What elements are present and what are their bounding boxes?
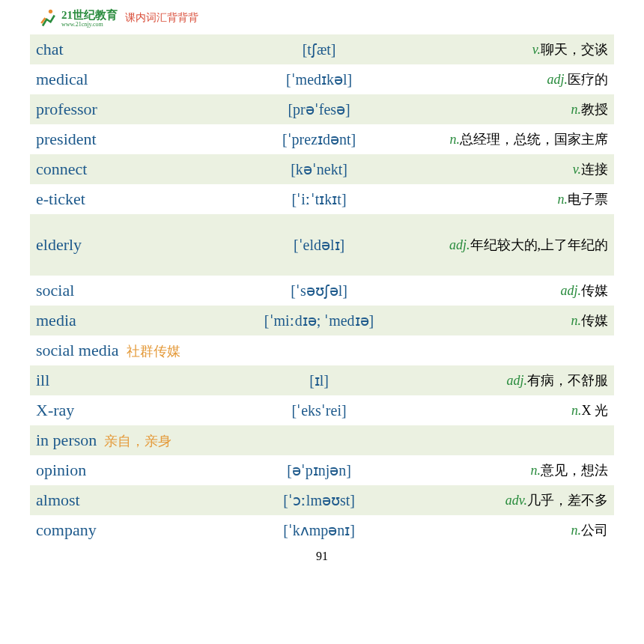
phonetic-cell: [prəˈfesə] [222, 94, 415, 124]
inline-definition: 社群传媒 [127, 344, 180, 359]
table-row: opinion[əˈpɪnjən]n.意见，想法 [30, 455, 614, 485]
word-text: media [36, 311, 76, 329]
definition-cell: v.聊天，交谈 [416, 34, 614, 64]
word-text: connect [36, 160, 87, 178]
definition-text: 传媒 [581, 283, 608, 298]
word-text: social media [36, 341, 119, 359]
part-of-speech: n. [571, 403, 582, 418]
phonetic-cell: [ˈkʌmpənɪ] [222, 515, 415, 545]
definition-text: 传媒 [581, 313, 608, 328]
definition-cell [416, 425, 614, 455]
word-cell: social media社群传媒 [30, 335, 222, 365]
word-text: opinion [36, 461, 86, 479]
definition-cell: adj.医疗的 [416, 64, 614, 94]
table-row: X-ray[ˈeksˈrei]n.X 光 [30, 395, 614, 425]
definition-text: 意见，想法 [541, 463, 608, 478]
section-title: 课内词汇背背背 [125, 11, 198, 25]
svg-point-0 [49, 10, 52, 13]
word-text: almost [36, 490, 80, 509]
part-of-speech: adj. [506, 373, 527, 388]
definition-cell: adv.几乎，差不多 [416, 485, 614, 515]
word-text: elderly [36, 235, 82, 254]
definition-text: 公司 [581, 523, 608, 538]
phonetic-cell: [ˈeldəlɪ] [222, 214, 415, 276]
phonetic-cell: [ˈiːˈtɪkɪt] [222, 184, 415, 214]
definition-cell: n.总经理，总统，国家主席 [416, 124, 614, 154]
phonetic-cell [222, 335, 415, 365]
header: 21世纪教育 www.21cnjy.com 课内词汇背背背 [30, 7, 614, 28]
word-cell: X-ray [30, 395, 222, 425]
word-text: company [36, 520, 97, 539]
phonetic-cell [222, 425, 415, 455]
word-text: in person [36, 431, 97, 449]
word-text: medical [36, 70, 88, 88]
definition-cell: n.意见，想法 [416, 455, 614, 485]
word-cell: chat [30, 34, 222, 64]
logo-text-block: 21世纪教育 www.21cnjy.com [61, 8, 118, 28]
runner-icon [37, 7, 58, 28]
word-cell: social [30, 276, 222, 306]
part-of-speech: adv. [505, 493, 527, 508]
word-text: professor [36, 100, 97, 118]
part-of-speech: n. [531, 463, 541, 478]
phonetic-cell: [ɪl] [222, 365, 415, 395]
part-of-speech: n. [571, 102, 582, 117]
definition-text: 电子票 [568, 192, 608, 207]
vocab-table: chat[tʃæt]v.聊天，交谈medical[ˈmedɪkəl]adj.医疗… [30, 34, 614, 545]
part-of-speech: adj. [560, 283, 581, 298]
word-text: X-ray [36, 401, 74, 419]
word-cell: e-ticket [30, 184, 222, 214]
table-row: social media社群传媒 [30, 335, 614, 365]
logo-main-text: 21世纪教育 [61, 9, 118, 21]
table-row: chat[tʃæt]v.聊天，交谈 [30, 34, 614, 64]
definition-cell: n.传媒 [416, 306, 614, 335]
phonetic-cell: [ˈɔːlməʊst] [222, 485, 415, 515]
definition-cell: n.X 光 [416, 395, 614, 425]
table-row: president[ˈprezɪdənt]n.总经理，总统，国家主席 [30, 124, 614, 154]
table-row: e-ticket[ˈiːˈtɪkɪt]n.电子票 [30, 184, 614, 214]
phonetic-cell: [tʃæt] [222, 34, 415, 64]
part-of-speech: n. [558, 192, 568, 207]
definition-text: 连接 [581, 162, 608, 177]
part-of-speech: n. [450, 132, 461, 147]
phonetic-cell: [ˈprezɪdənt] [222, 124, 415, 154]
definition-cell: n.公司 [416, 515, 614, 545]
table-row: connect[kəˈnekt]v.连接 [30, 154, 614, 184]
inline-definition: 亲自，亲身 [104, 434, 171, 449]
part-of-speech: n. [571, 313, 582, 328]
word-cell: president [30, 124, 222, 154]
table-row: social[ˈsəʊʃəl]adj.传媒 [30, 276, 614, 306]
word-text: social [36, 281, 74, 300]
definition-text: 医疗的 [568, 72, 608, 87]
word-cell: company [30, 515, 222, 545]
part-of-speech: adj. [449, 237, 470, 252]
phonetic-cell: [ˈmedɪkəl] [222, 64, 415, 94]
definition-cell: adj.传媒 [416, 276, 614, 306]
word-text: e-ticket [36, 189, 85, 208]
page-number: 91 [30, 550, 614, 563]
part-of-speech: v. [573, 162, 581, 177]
word-cell: elderly [30, 214, 222, 276]
table-row: media[ˈmiːdɪə; ˈmedɪə]n.传媒 [30, 306, 614, 335]
phonetic-cell: [ˈmiːdɪə; ˈmedɪə] [222, 306, 415, 335]
table-row: company[ˈkʌmpənɪ]n.公司 [30, 515, 614, 545]
word-text: chat [36, 40, 64, 58]
table-row: ill[ɪl]adj.有病，不舒服 [30, 365, 614, 395]
definition-cell: adj.年纪较大的,上了年纪的 [416, 214, 614, 276]
table-row: in person亲自，亲身 [30, 425, 614, 455]
table-row: elderly[ˈeldəlɪ]adj.年纪较大的,上了年纪的 [30, 214, 614, 276]
definition-text: 聊天，交谈 [541, 42, 608, 57]
word-cell: medical [30, 64, 222, 94]
word-cell: professor [30, 94, 222, 124]
part-of-speech: v. [532, 42, 541, 57]
definition-cell: v.连接 [416, 154, 614, 184]
phonetic-cell: [kəˈnekt] [222, 154, 415, 184]
table-row: medical[ˈmedɪkəl]adj.医疗的 [30, 64, 614, 94]
definition-text: 总经理，总统，国家主席 [460, 132, 608, 147]
word-cell: opinion [30, 455, 222, 485]
definition-text: 有病，不舒服 [527, 373, 608, 388]
word-text: president [36, 130, 97, 148]
page: 21世纪教育 www.21cnjy.com 课内词汇背背背 chat[tʃæt]… [0, 0, 644, 644]
definition-cell: n.教授 [416, 94, 614, 124]
logo-sub-text: www.21cnjy.com [61, 21, 118, 28]
